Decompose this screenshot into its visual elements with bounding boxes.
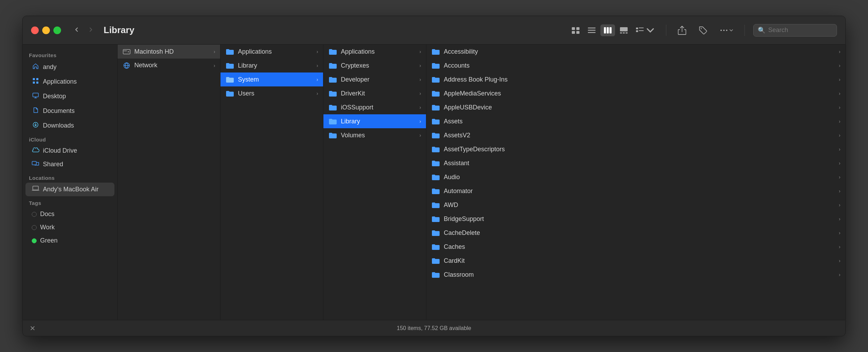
file-row-accounts[interactable]: Accounts › (426, 59, 845, 72)
sidebar-item-andy[interactable]: andy (25, 60, 114, 74)
sidebar-item-applications[interactable]: Applications (25, 75, 114, 89)
chevron-col4-10: › (839, 188, 840, 194)
folder-blue-col3-3 (328, 76, 337, 83)
sidebar-item-macbook[interactable]: Andy's MacBook Air (25, 183, 114, 196)
view-group-button[interactable] (633, 24, 658, 36)
file-row-macintosh-hd[interactable]: Macintosh HD › (118, 45, 220, 59)
folder-icon-light (225, 76, 234, 83)
view-list-button[interactable] (584, 24, 599, 36)
svg-rect-28 (32, 161, 36, 165)
home-icon (32, 63, 39, 71)
svg-rect-7 (604, 27, 606, 33)
search-icon: 🔍 (758, 26, 765, 34)
file-row-bridgesupport[interactable]: BridgeSupport › (426, 212, 845, 226)
svg-rect-1 (576, 27, 579, 30)
chevron-icon-2: › (214, 63, 215, 68)
sidebar-label-shared: Shared (43, 161, 63, 168)
view-grid-button[interactable] (568, 24, 583, 36)
file-row-iossupport[interactable]: iOSSupport › (323, 100, 426, 114)
sidebar-item-shared[interactable]: Shared (25, 158, 114, 171)
svg-point-21 (726, 30, 727, 31)
folder-icon-col4-9 (431, 173, 440, 181)
svg-point-19 (720, 30, 722, 31)
view-columns-button[interactable] (600, 24, 615, 36)
file-row-library3[interactable]: Library › (323, 114, 426, 128)
chevron-col3-5: › (419, 105, 421, 110)
tag-button[interactable] (696, 24, 710, 37)
label-cardkit: CardKit (444, 257, 837, 265)
file-row-applemediaservices[interactable]: AppleMediaServices › (426, 86, 845, 100)
file-row-applications2[interactable]: Applications › (220, 45, 323, 59)
file-row-network[interactable]: Network › (118, 59, 220, 72)
label-audio: Audio (444, 174, 837, 181)
sidebar-item-work-tag[interactable]: Work (25, 221, 114, 234)
file-row-cachedelete[interactable]: CacheDelete › (426, 226, 845, 240)
chevron-col4-14: › (839, 244, 840, 250)
search-bar[interactable]: 🔍 (753, 24, 837, 37)
file-row-cryptexes[interactable]: Cryptexes › (323, 59, 426, 72)
folder-icon-col4-14 (431, 243, 440, 251)
back-button[interactable] (72, 24, 82, 36)
more-button[interactable] (717, 24, 736, 36)
label-accessibility: Accessibility (444, 48, 837, 55)
column-2: Applications › Library › (220, 45, 323, 320)
folder-blue-col3-7 (328, 131, 337, 139)
sidebar-item-documents[interactable]: Documents (25, 104, 114, 118)
file-row-developer[interactable]: Developer › (323, 72, 426, 86)
file-row-system[interactable]: System › (220, 72, 323, 86)
label-accounts: Accounts (444, 62, 837, 69)
file-row-caches[interactable]: Caches › (426, 240, 845, 254)
file-row-cardkit[interactable]: CardKit › (426, 254, 845, 268)
file-row-automator[interactable]: Automator › (426, 184, 845, 198)
network-label: Network (134, 62, 212, 69)
sidebar-item-green-tag[interactable]: Green (25, 234, 114, 247)
svg-rect-5 (588, 30, 596, 31)
view-gallery-button[interactable] (616, 24, 631, 36)
developer-label: Developer (341, 76, 418, 83)
folder-blue-col3-5 (328, 104, 337, 111)
close-button[interactable] (31, 26, 39, 34)
svg-point-31 (128, 51, 129, 52)
file-row-audio[interactable]: Audio › (426, 170, 845, 184)
sidebar-item-icloud[interactable]: iCloud Drive (25, 144, 114, 157)
chevron-col4-12: › (839, 216, 840, 222)
laptop-icon (32, 185, 39, 193)
minimize-button[interactable] (42, 26, 50, 34)
folder-blue-col3-6 (328, 117, 337, 125)
favourites-header: Favourites (23, 49, 117, 60)
file-row-awd[interactable]: AWD › (426, 198, 845, 212)
chevron-col4-16: › (839, 272, 840, 277)
file-row-classroom[interactable]: Classroom › (426, 268, 845, 282)
file-row-applications3[interactable]: Applications › (323, 45, 426, 59)
svg-rect-16 (636, 30, 638, 32)
file-row-library2[interactable]: Library › (220, 59, 323, 72)
file-row-volumes[interactable]: Volumes › (323, 128, 426, 142)
sidebar-item-docs-tag[interactable]: Docs (25, 208, 114, 221)
file-row-address-book[interactable]: Address Book Plug-Ins › (426, 72, 845, 86)
library2-label: Library (238, 62, 315, 69)
file-row-users[interactable]: Users › (220, 86, 323, 100)
file-row-appleusbdevice[interactable]: AppleUSBDevice › (426, 100, 845, 114)
file-row-driverkit[interactable]: DriverKit › (323, 86, 426, 100)
statusbar-close-button[interactable]: ✕ (30, 324, 36, 332)
sidebar-item-desktop[interactable]: Desktop (25, 89, 114, 104)
tag-empty-work-icon (32, 225, 37, 230)
label-address-book: Address Book Plug-Ins (444, 76, 837, 83)
svg-rect-8 (607, 27, 609, 33)
fullscreen-button[interactable] (53, 26, 61, 34)
sidebar-item-downloads[interactable]: Downloads (25, 118, 114, 133)
file-row-assistant[interactable]: Assistant › (426, 156, 845, 170)
sidebar-label-green: Green (40, 237, 58, 244)
share-button[interactable] (675, 23, 689, 37)
file-row-assetsv2[interactable]: AssetsV2 › (426, 128, 845, 142)
search-input[interactable] (768, 26, 832, 34)
forward-button[interactable] (85, 24, 96, 36)
file-row-assettypedescriptors[interactable]: AssetTypeDescriptors › (426, 142, 845, 156)
traffic-lights (31, 26, 61, 34)
file-row-assets[interactable]: Assets › (426, 114, 845, 128)
svg-rect-14 (636, 28, 638, 29)
chevron-col3-7: › (419, 132, 421, 138)
sidebar-label-docs: Docs (40, 211, 54, 218)
file-row-accessibility[interactable]: Accessibility › (426, 45, 845, 59)
finder-window: Library (22, 16, 846, 336)
